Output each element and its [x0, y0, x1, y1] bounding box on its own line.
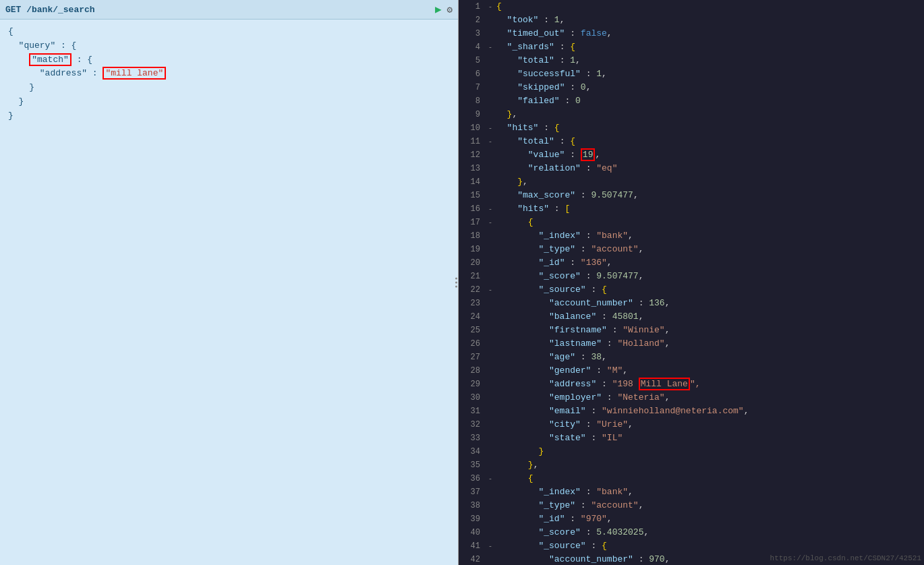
json-output: 1 - { 2 "took" : 1, 3 "timed_out" : fals… [459, 0, 924, 565]
line-12: 12 "value" : 19, [459, 148, 924, 162]
play-icon[interactable]: ▶ [435, 3, 442, 16]
query-line-4: "address" : "mill lane" [8, 67, 450, 81]
line-22: 22 - "_source" : { [459, 283, 924, 297]
settings-icon[interactable]: ⚙ [447, 4, 453, 16]
line-29: 29 "address" : "198 Mill Lane", [459, 378, 924, 391]
line-14: 14 }, [459, 175, 924, 189]
line-31: 31 "email" : "winnieholland@neteria.com"… [459, 405, 924, 418]
line-33: 33 "state" : "IL" [459, 432, 924, 445]
line-19: 19 "_type" : "account", [459, 243, 924, 256]
line-41: 41 - "_source" : { [459, 539, 924, 553]
line-24: 24 "balance" : 45801, [459, 310, 924, 324]
line-25: 25 "firstname" : "Winnie", [459, 324, 924, 337]
line-15: 15 "max_score" : 9.507477, [459, 189, 924, 202]
line-39: 39 "_id" : "970", [459, 512, 924, 526]
left-query-editor[interactable]: { "query" : { "match" : { "address" : "m… [0, 20, 458, 565]
line-23: 23 "account_number" : 136, [459, 297, 924, 310]
left-panel: GET /bank/_search ▶ ⚙ { "query" : { "mat… [0, 0, 459, 565]
line-8: 8 "failed" : 0 [459, 94, 924, 108]
line-2: 2 "took" : 1, [459, 13, 924, 27]
line-7: 7 "skipped" : 0, [459, 81, 924, 94]
line-16: 16 - "hits" : [ [459, 202, 924, 216]
line-4: 4 - "_shards" : { [459, 40, 924, 54]
watermark: https://blog.csdn.net/CSDN27/42521 [770, 554, 921, 562]
line-11: 11 - "total" : { [459, 135, 924, 148]
line-35: 35 }, [459, 458, 924, 472]
header-icons: ▶ ⚙ [435, 3, 453, 16]
line-20: 20 "_id" : "136", [459, 256, 924, 270]
line-1: 1 - { [459, 0, 924, 13]
query-line-3: "match" : { [8, 53, 450, 67]
query-line-2: "query" : { [8, 39, 450, 53]
line-3: 3 "timed_out" : false, [459, 27, 924, 40]
line-32: 32 "city" : "Urie", [459, 418, 924, 432]
line-34: 34 } [459, 445, 924, 458]
query-line-5: } [8, 81, 450, 95]
right-panel[interactable]: 1 - { 2 "took" : 1, 3 "timed_out" : fals… [459, 0, 924, 565]
line-18: 18 "_index" : "bank", [459, 229, 924, 243]
line-5: 5 "total" : 1, [459, 54, 924, 67]
line-38: 38 "_type" : "account", [459, 499, 924, 512]
line-40: 40 "_score" : 5.4032025, [459, 526, 924, 539]
left-header: GET /bank/_search ▶ ⚙ [0, 0, 458, 20]
line-30: 30 "employer" : "Neteria", [459, 391, 924, 405]
line-21: 21 "_score" : 9.507477, [459, 270, 924, 283]
line-37: 37 "_index" : "bank", [459, 485, 924, 499]
panel-divider [454, 278, 458, 288]
line-28: 28 "gender" : "M", [459, 364, 924, 378]
line-10: 10 - "hits" : { [459, 121, 924, 135]
request-line: GET /bank/_search [5, 5, 95, 15]
line-9: 9 }, [459, 108, 924, 121]
line-27: 27 "age" : 38, [459, 351, 924, 364]
line-6: 6 "successful" : 1, [459, 67, 924, 81]
line-36: 36 - { [459, 472, 924, 485]
line-17: 17 - { [459, 216, 924, 229]
query-line-6: } [8, 95, 450, 109]
query-line-7: } [8, 109, 450, 123]
line-26: 26 "lastname" : "Holland", [459, 337, 924, 351]
line-13: 13 "relation" : "eq" [459, 162, 924, 175]
query-line-1: { [8, 25, 450, 39]
